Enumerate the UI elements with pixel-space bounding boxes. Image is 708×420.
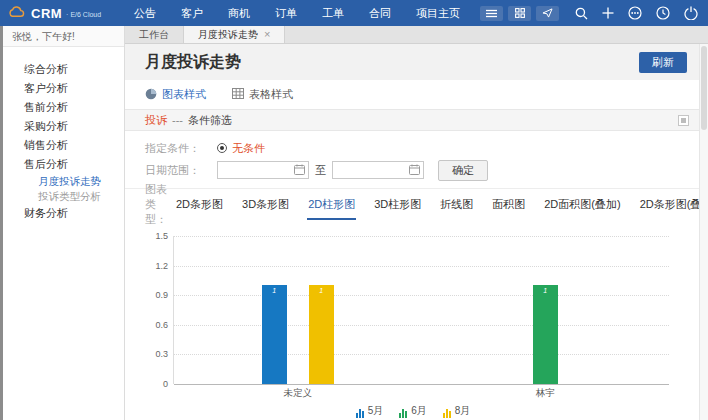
- date-from-input[interactable]: [217, 161, 309, 179]
- paper-plane-icon: [542, 8, 553, 18]
- date-to-input[interactable]: [332, 161, 424, 179]
- filter-separator: ---: [172, 114, 183, 126]
- chart-type-tabs: 2D条形图 3D条形图 2D柱形图 3D柱形图 折线图 面积图 2D面积图(叠加…: [175, 190, 708, 220]
- legend-item-6月[interactable]: 6月: [399, 404, 427, 418]
- top-bar: CRM · E/6 Cloud 公告 客户 商机 订单 工单 合同 项目主页: [0, 0, 708, 26]
- clock-icon[interactable]: [656, 6, 670, 20]
- calendar-icon[interactable]: [294, 164, 305, 177]
- nav-item-contract[interactable]: 合同: [369, 6, 391, 21]
- view-mode-table[interactable]: 表格样式: [232, 87, 293, 102]
- tab-monthly-complaint-trend-label: 月度投诉走势: [198, 26, 258, 44]
- page-title: 月度投诉走势: [145, 52, 241, 73]
- page-header: 月度投诉走势 刷新: [125, 44, 699, 80]
- bar-6月: 1: [533, 285, 558, 384]
- chart-type-area[interactable]: 面积图: [491, 190, 526, 220]
- nav-item-project-home[interactable]: 项目主页: [416, 6, 460, 21]
- sidebar-item-comprehensive-analysis[interactable]: 综合分析: [3, 60, 124, 79]
- no-condition-radio[interactable]: [217, 143, 227, 153]
- sidebar-item-aftersales-analysis[interactable]: 售后分析: [3, 155, 124, 174]
- chart-legend: 5月6月8月: [143, 404, 683, 418]
- chart-type-2d-area-stacked[interactable]: 2D面积图(叠加): [543, 190, 621, 220]
- filter-title: 条件筛选: [188, 113, 232, 128]
- search-icon[interactable]: [575, 7, 588, 20]
- page-content: 月度投诉走势 刷新 图表样式 表格样式: [125, 44, 708, 420]
- crm-app: CRM · E/6 Cloud 公告 客户 商机 订单 工单 合同 项目主页: [0, 0, 708, 420]
- sidebar-item-presales-analysis[interactable]: 售前分析: [3, 98, 124, 117]
- bar-5月: 1: [262, 285, 287, 384]
- calendar-icon[interactable]: [409, 164, 420, 177]
- gridline: [174, 236, 669, 237]
- hamburger-icon: [486, 9, 497, 18]
- table-icon: [232, 88, 244, 101]
- nav-item-customer[interactable]: 客户: [181, 6, 203, 21]
- bar-value-label: 1: [533, 287, 558, 294]
- nav-item-workorder[interactable]: 工单: [322, 6, 344, 21]
- nav-item-announcement[interactable]: 公告: [134, 6, 156, 21]
- sidebar-item-procurement-analysis[interactable]: 采购分析: [3, 117, 124, 136]
- send-button[interactable]: [536, 6, 559, 21]
- more-icon[interactable]: [628, 6, 642, 20]
- bar-chart: 00.30.60.91.21.511未定义1林宇 5月6月8月: [143, 224, 683, 420]
- chart-type-2d-bar[interactable]: 2D条形图: [175, 190, 224, 220]
- y-tick-label: 1.5: [144, 231, 168, 241]
- view-mode-row: 图表样式 表格样式: [125, 80, 699, 109]
- quick-buttons: [480, 6, 559, 21]
- bar-8月: 1: [309, 285, 334, 384]
- condition-label: 指定条件：: [145, 141, 217, 156]
- sidebar-item-complaint-type-analysis[interactable]: 投诉类型分析: [3, 189, 124, 204]
- date-range-row: 日期范围： 至: [125, 159, 699, 181]
- pie-chart-icon: [145, 88, 157, 102]
- sidebar-item-finance-analysis[interactable]: 财务分析: [3, 204, 124, 223]
- sidebar-item-sales-analysis[interactable]: 销售分析: [3, 136, 124, 155]
- legend-item-8月[interactable]: 8月: [443, 404, 471, 418]
- condition-row: 指定条件： 无条件: [125, 137, 699, 159]
- close-tab-icon[interactable]: ×: [264, 29, 270, 40]
- view-mode-chart[interactable]: 图表样式: [145, 87, 206, 102]
- sidebar-item-monthly-complaint-trend[interactable]: 月度投诉走势: [3, 174, 124, 189]
- confirm-button[interactable]: 确定: [438, 160, 488, 181]
- chart-type-3d-bar[interactable]: 3D条形图: [241, 190, 290, 220]
- date-to-label: 至: [315, 163, 326, 178]
- tab-monthly-complaint-trend[interactable]: 月度投诉走势 ×: [184, 26, 285, 43]
- tab-workbench-label: 工作台: [139, 26, 169, 44]
- nav-item-order[interactable]: 订单: [275, 6, 297, 21]
- cloud-icon: [8, 4, 25, 22]
- view-mode-table-label: 表格样式: [249, 87, 293, 102]
- legend-item-5月[interactable]: 5月: [356, 404, 384, 418]
- y-tick-label: 0.6: [144, 320, 168, 330]
- gridline: [174, 354, 669, 355]
- chart-type-toolbar: 图表类型： 2D条形图 3D条形图 2D柱形图 3D柱形图 折线图 面积图 2D…: [125, 189, 699, 220]
- tab-workbench[interactable]: 工作台: [125, 26, 184, 43]
- sidebar-item-customer-analysis[interactable]: 客户分析: [3, 79, 124, 98]
- scrollbar-thumb[interactable]: [701, 46, 707, 130]
- filter-body: 指定条件： 无条件 日期范围： 至: [125, 131, 699, 189]
- greeting-text: 张悦，下午好!: [3, 26, 124, 47]
- grid-view-button[interactable]: [508, 6, 531, 21]
- bar-value-label: 1: [309, 287, 334, 294]
- chart-type-label: 图表类型：: [145, 182, 167, 227]
- menu-button[interactable]: [480, 6, 503, 21]
- refresh-button[interactable]: 刷新: [639, 52, 687, 73]
- plus-icon[interactable]: [602, 7, 614, 19]
- grid-icon: [515, 8, 525, 18]
- brand-suffix: · E/6 Cloud: [66, 11, 101, 18]
- mini-bar-chart-icon: [356, 408, 364, 418]
- chart-type-2d-column[interactable]: 2D柱形图: [307, 190, 356, 220]
- app-logo[interactable]: CRM · E/6 Cloud: [8, 4, 124, 22]
- chart-type-3d-column[interactable]: 3D柱形图: [373, 190, 422, 220]
- bar-value-label: 1: [262, 287, 287, 294]
- vertical-scrollbar[interactable]: [699, 44, 708, 420]
- chart-type-2d-bar-stacked[interactable]: 2D条形图(叠加): [639, 190, 708, 220]
- filter-header: 投诉 --- 条件筛选: [125, 109, 699, 131]
- gridline: [174, 295, 669, 296]
- collapse-filter-icon[interactable]: [678, 115, 689, 126]
- chart-type-line[interactable]: 折线图: [439, 190, 474, 220]
- power-icon[interactable]: [684, 6, 698, 20]
- top-nav: 公告 客户 商机 订单 工单 合同 项目主页: [134, 6, 460, 21]
- tab-bar: 工作台 月度投诉走势 ×: [125, 26, 708, 44]
- legend-label: 8月: [455, 404, 471, 418]
- nav-item-opportunity[interactable]: 商机: [228, 6, 250, 21]
- sidebar: 张悦，下午好! 综合分析 客户分析 售前分析 采购分析 销售分析 售后分析 月度…: [3, 26, 125, 420]
- analysis-menu: 综合分析 客户分析 售前分析 采购分析 销售分析 售后分析 月度投诉走势 投诉类…: [3, 47, 124, 223]
- no-condition-label[interactable]: 无条件: [232, 141, 265, 156]
